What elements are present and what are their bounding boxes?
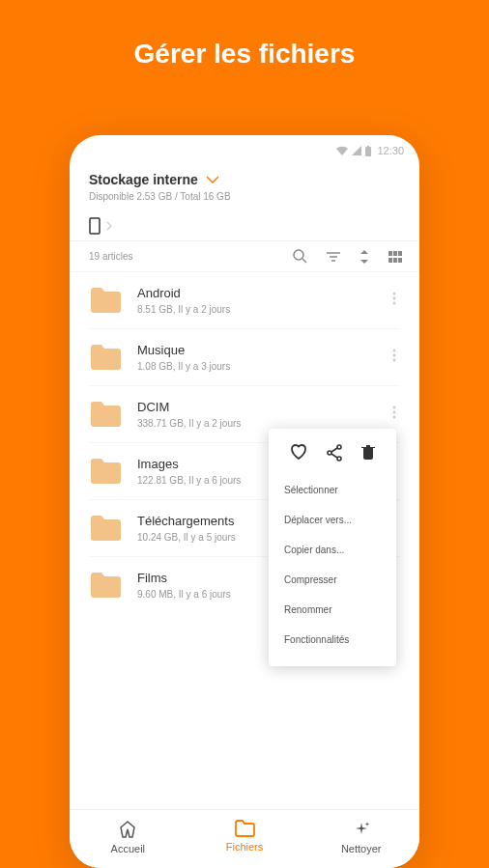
folder-icon	[89, 344, 122, 371]
more-button[interactable]	[388, 288, 400, 313]
heart-icon[interactable]	[290, 444, 307, 460]
svg-rect-12	[393, 258, 397, 263]
storage-title: Stockage interne	[89, 172, 198, 187]
svg-rect-13	[398, 258, 402, 263]
list-item[interactable]: Musique1.08 GB, Il y a 3 jours	[89, 329, 400, 386]
svg-line-4	[302, 259, 306, 263]
nav-clean[interactable]: Nettoyer	[302, 820, 419, 854]
menu-features[interactable]: Fonctionnalités	[269, 625, 396, 655]
svg-point-34	[337, 457, 341, 461]
article-count: 19 articles	[89, 251, 293, 262]
folder-nav-icon	[234, 820, 255, 837]
context-menu: Sélectionner Déplacer vers... Copier dan…	[269, 429, 396, 666]
svg-rect-1	[367, 146, 369, 147]
file-meta: 338.71 GB, Il y a 2 jours	[137, 418, 388, 429]
svg-point-14	[393, 293, 396, 295]
nav-label: Nettoyer	[341, 843, 382, 854]
status-bar: 12:30	[70, 135, 419, 162]
page-title: Gérer les fichiers	[0, 0, 489, 98]
menu-select[interactable]: Sélectionner	[269, 475, 396, 505]
wifi-icon	[336, 146, 348, 155]
device-icon	[89, 217, 101, 235]
nav-home[interactable]: Accueil	[70, 820, 187, 854]
toolbar: 19 articles	[70, 241, 419, 272]
nav-label: Fichiers	[226, 841, 264, 853]
trash-icon[interactable]	[361, 444, 375, 460]
menu-rename[interactable]: Renommer	[269, 595, 396, 625]
svg-point-18	[393, 354, 396, 357]
svg-line-35	[331, 448, 337, 452]
menu-copy[interactable]: Copier dans...	[269, 535, 396, 565]
file-meta: 8.51 GB, Il y a 2 jours	[137, 304, 388, 315]
folder-icon	[89, 515, 122, 542]
svg-point-32	[337, 445, 341, 449]
search-icon[interactable]	[293, 249, 307, 264]
menu-compress[interactable]: Compresser	[269, 565, 396, 595]
more-button[interactable]	[388, 345, 400, 370]
svg-rect-0	[365, 147, 371, 156]
nav-files[interactable]: Fichiers	[187, 820, 303, 854]
filter-icon[interactable]	[327, 251, 340, 263]
chevron-down-icon	[206, 176, 219, 183]
svg-rect-11	[388, 258, 392, 263]
nav-label: Accueil	[111, 843, 145, 854]
svg-point-19	[393, 359, 396, 362]
sort-icon[interactable]	[360, 250, 369, 264]
storage-subtitle: Disponible 2.53 GB / Total 16 GB	[70, 191, 419, 211]
svg-point-22	[393, 416, 396, 419]
more-button[interactable]	[388, 402, 400, 427]
svg-point-15	[393, 297, 396, 300]
svg-point-16	[393, 302, 396, 305]
sparkle-icon	[352, 820, 371, 839]
menu-move[interactable]: Déplacer vers...	[269, 505, 396, 535]
file-name: Musique	[137, 343, 388, 357]
chevron-right-icon	[106, 221, 112, 231]
folder-icon	[89, 458, 122, 485]
grid-icon[interactable]	[388, 251, 402, 263]
bottom-nav: Accueil Fichiers Nettoyer	[70, 809, 419, 868]
svg-rect-9	[393, 251, 397, 256]
svg-point-20	[393, 406, 396, 409]
svg-rect-10	[398, 251, 402, 256]
folder-icon	[89, 572, 122, 599]
status-time: 12:30	[377, 145, 404, 156]
more-vertical-icon	[392, 349, 396, 362]
home-icon	[118, 820, 137, 839]
svg-point-3	[294, 250, 303, 260]
folder-icon	[89, 401, 122, 428]
file-name: DCIM	[137, 400, 388, 414]
svg-point-21	[393, 411, 396, 414]
file-meta: 1.08 GB, Il y a 3 jours	[137, 361, 388, 372]
file-name: Android	[137, 286, 388, 300]
signal-icon	[352, 146, 361, 155]
svg-rect-2	[90, 218, 100, 234]
more-vertical-icon	[392, 292, 396, 305]
svg-point-33	[328, 451, 331, 455]
breadcrumb[interactable]	[70, 211, 419, 241]
storage-dropdown[interactable]: Stockage interne	[70, 162, 419, 191]
svg-rect-8	[388, 251, 392, 256]
folder-icon	[89, 287, 122, 314]
battery-icon	[365, 146, 371, 156]
share-icon[interactable]	[327, 444, 342, 462]
svg-line-36	[331, 454, 337, 458]
more-vertical-icon	[392, 406, 396, 419]
list-item[interactable]: Android8.51 GB, Il y a 2 jours	[89, 272, 400, 329]
svg-point-17	[393, 350, 396, 352]
